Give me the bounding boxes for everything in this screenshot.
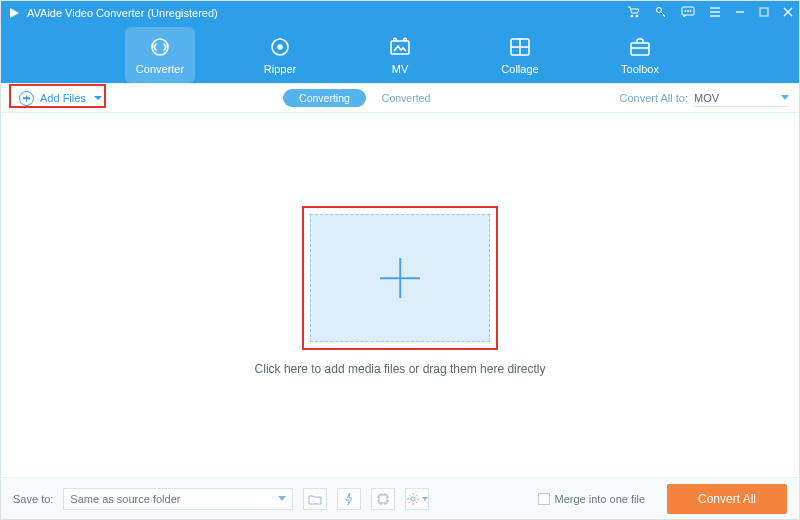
plus-circle-icon [19,91,34,106]
tab-converting[interactable]: Converting [283,89,366,107]
convert-all-to-label: Convert All to: [620,92,688,104]
checkbox-icon [538,493,550,505]
svg-point-3 [657,8,662,13]
chevron-down-icon [781,95,789,100]
boost-button[interactable] [337,488,361,510]
mv-icon [388,35,412,59]
ripper-icon [268,35,292,59]
nav-toolbox[interactable]: Toolbox [605,27,675,83]
nav-mv[interactable]: MV [365,27,435,83]
svg-point-5 [685,10,686,11]
convert-all-button[interactable]: Convert All [667,484,787,514]
main-nav: Converter Ripper MV Collage Toolbox [1,25,799,83]
nav-label: Converter [136,63,184,75]
nav-label: MV [392,63,409,75]
svg-point-2 [636,15,638,17]
dropzone-hint: Click here to add media files or drag th… [255,362,546,376]
collage-icon [508,35,532,59]
add-files-label: Add Files [40,92,86,104]
nav-converter[interactable]: Converter [125,27,195,83]
converter-icon [148,35,172,59]
svg-point-35 [411,497,415,501]
svg-marker-0 [10,8,19,18]
key-icon[interactable] [655,6,667,20]
menu-icon[interactable] [709,7,721,19]
app-logo-icon [7,6,21,20]
svg-rect-26 [379,495,387,503]
dropzone-wrapper [310,214,490,342]
svg-point-20 [404,38,407,41]
save-to-value: Same as source folder [70,493,180,505]
feedback-icon[interactable] [681,6,695,20]
save-to-label: Save to: [13,493,53,505]
minimize-button[interactable] [735,7,745,19]
nav-label: Collage [501,63,538,75]
chevron-down-icon [94,96,102,100]
status-toggle: Converting Converted [283,89,446,107]
svg-point-7 [690,10,691,11]
window-title: AVAide Video Converter (Unregistered) [27,7,218,19]
settings-button[interactable] [405,488,429,510]
svg-point-19 [394,38,397,41]
chevron-down-icon [278,496,286,501]
save-to-select[interactable]: Same as source folder [63,488,293,510]
svg-marker-36 [422,497,428,501]
svg-rect-24 [631,43,649,55]
add-media-dropzone[interactable] [310,214,490,342]
svg-point-6 [687,10,688,11]
nav-collage[interactable]: Collage [485,27,555,83]
sub-toolbar: Add Files Converting Converted Convert A… [1,83,799,113]
output-format-value: MOV [694,92,719,104]
svg-rect-12 [760,8,768,16]
merge-label: Merge into one file [555,493,646,505]
output-format-select[interactable]: MOV [694,90,789,107]
nav-label: Ripper [264,63,296,75]
nav-label: Toolbox [621,63,659,75]
cart-icon[interactable] [627,6,641,20]
add-files-button[interactable]: Add Files [11,89,110,108]
bottom-bar: Save to: Same as source folder Merge int… [1,477,799,519]
merge-checkbox[interactable]: Merge into one file [538,493,646,505]
svg-point-17 [278,45,282,49]
titlebar: AVAide Video Converter (Unregistered) [1,1,799,25]
toolbox-icon [628,35,652,59]
nav-ripper[interactable]: Ripper [245,27,315,83]
maximize-button[interactable] [759,7,769,19]
plus-icon [380,258,420,298]
hardware-accel-button[interactable] [371,488,395,510]
svg-point-1 [631,15,633,17]
window-controls [627,6,793,20]
tab-converted[interactable]: Converted [366,89,446,107]
convert-all-to: Convert All to: MOV [620,90,789,107]
open-folder-button[interactable] [303,488,327,510]
main-area: Click here to add media files or drag th… [1,113,799,477]
close-button[interactable] [783,7,793,19]
